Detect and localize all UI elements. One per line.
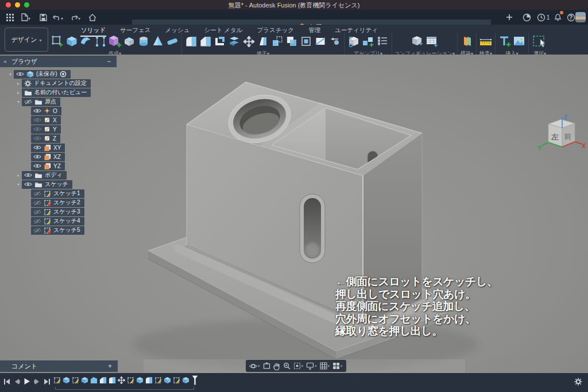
eye-icon[interactable] [33,145,41,150]
configuration-table-icon[interactable] [425,33,439,49]
workspace-switcher-button[interactable]: デザイン [5,28,48,52]
extrude-icon[interactable] [65,33,79,49]
browser-row-y-axis[interactable]: Y [31,125,61,134]
eye-icon[interactable] [24,172,32,178]
cylinder-icon[interactable] [137,33,150,49]
browser-row-yz-plane[interactable]: YZ [31,161,65,170]
browser-header[interactable]: ⪡ ブラウザ − [0,56,117,67]
help-icon[interactable] [566,12,576,22]
move-copy-icon[interactable] [242,33,256,49]
timeline-extrude-feature[interactable] [63,376,70,385]
avatar[interactable] [575,12,586,22]
timeline-extrude-feature[interactable] [164,376,171,385]
browser-row-origin[interactable]: ▾ 原点 [15,97,60,106]
browser-row-component[interactable]: ▾ (未保存) [7,69,71,79]
joint-icon[interactable] [361,33,375,49]
home-icon[interactable] [87,12,98,22]
eye-icon[interactable] [33,154,41,160]
3d-viewport[interactable]: ←側面にスロットをスケッチし、 押し出しでスロット穴あけ。 再度側面にスケッチ追… [0,55,588,373]
timeline-position-marker[interactable] [191,376,199,385]
eye-icon[interactable] [33,117,41,123]
job-status-icon[interactable]: 1 [536,12,551,22]
browser-row-sketches[interactable]: ▾ スケッチ [15,180,72,189]
offset-face-icon[interactable] [299,33,313,49]
look-at-icon[interactable] [263,362,270,370]
viewports-icon[interactable] [332,362,343,370]
timeline-fillet-feature[interactable] [109,376,116,385]
minimize-panel-icon[interactable]: − [107,57,111,65]
press-pull-icon[interactable] [227,33,241,49]
eye-off-icon[interactable] [33,191,41,196]
chevron-down-icon[interactable]: ▾ [15,99,22,104]
chevron-right-icon[interactable]: ▸ [15,90,22,95]
eye-off-icon[interactable] [33,200,41,205]
timeline-move-feature[interactable] [118,376,125,385]
measure-icon[interactable] [479,33,493,49]
new-tab-icon[interactable] [504,12,514,22]
insert-element-icon[interactable] [498,33,512,49]
timeline-sketch-feature[interactable] [53,376,61,385]
timeline-sketch-feature[interactable] [72,376,79,385]
revolve-icon[interactable] [79,33,93,49]
eye-off-icon[interactable] [33,218,41,224]
browser-row-named-views[interactable]: ▸ 名前の付いたビュー [15,88,91,97]
eye-off-icon[interactable] [33,209,41,215]
eye-off-icon[interactable] [33,227,41,233]
draft-icon[interactable] [256,33,270,49]
create-sketch-icon[interactable] [51,33,64,49]
viewport-3d-model[interactable] [0,55,588,373]
scale-icon[interactable] [270,33,284,49]
point-move-icon[interactable] [328,33,342,49]
timeline-extrude-feature[interactable] [136,376,144,385]
bom-list-icon[interactable] [376,33,389,49]
display-settings-icon[interactable] [306,362,317,370]
timeline-extrude-feature[interactable] [90,376,98,385]
save-icon[interactable] [38,12,48,22]
view-cube[interactable]: 左 前 Z X Y [537,114,585,158]
browser-row-bodies[interactable]: ▸ ボディ [15,170,67,180]
fillet-icon[interactable] [184,33,198,49]
box-icon[interactable] [122,33,136,49]
loft-icon[interactable] [94,33,107,49]
pipe-icon[interactable] [165,33,179,49]
eye-icon[interactable] [33,126,41,132]
construction-plane-icon[interactable] [460,33,474,49]
chevron-down-icon[interactable]: ▾ [15,182,22,187]
play-button[interactable] [24,378,30,385]
eye-off-icon[interactable] [24,99,32,104]
timeline-fillet-feature[interactable] [145,376,153,385]
file-new-icon[interactable] [21,12,31,22]
redo-icon[interactable] [70,12,80,22]
timeline-settings-gear-icon[interactable] [574,378,582,388]
browser-row-z-axis[interactable]: Z [31,134,60,143]
zoom-icon[interactable] [283,362,291,370]
combine-icon[interactable] [285,33,299,49]
browser-row-sketch4[interactable]: スケッチ4 [31,216,84,226]
chamfer-icon[interactable] [199,33,212,49]
step-forward-button[interactable] [34,378,40,385]
app-grid-icon[interactable] [5,12,15,22]
eye-icon[interactable] [16,71,24,77]
browser-row-sketch5[interactable]: スケッチ5 [31,226,84,235]
browser-row-sketch1[interactable]: スケッチ1 [31,189,84,198]
browser-row-xy-plane[interactable]: XY [31,143,65,152]
fit-icon[interactable] [293,362,304,370]
timeline-sketch-feature[interactable] [127,376,134,385]
shell-icon[interactable] [213,33,227,49]
activate-component-radio[interactable] [60,71,67,77]
timeline-sketch-feature[interactable] [154,376,162,385]
grid-snaps-icon[interactable] [320,362,330,370]
browser-row-x-axis[interactable]: X [31,115,61,125]
eye-icon[interactable] [33,108,41,114]
notifications-bell-icon[interactable] [552,12,563,22]
timeline-sketch-feature[interactable] [173,376,180,385]
chevron-right-icon[interactable]: ▸ [15,173,22,178]
insert-image-icon[interactable] [512,33,526,49]
add-comment-button[interactable]: + [108,362,112,370]
eye-icon[interactable] [24,181,32,187]
chevron-right-icon[interactable]: ▸ [15,81,22,86]
browser-row-xz-plane[interactable]: XZ [31,152,65,161]
collapse-panel-icon[interactable]: ⪡ [3,59,6,65]
browser-row-sketch2[interactable]: スケッチ2 [31,198,84,207]
eye-icon[interactable] [33,163,41,169]
